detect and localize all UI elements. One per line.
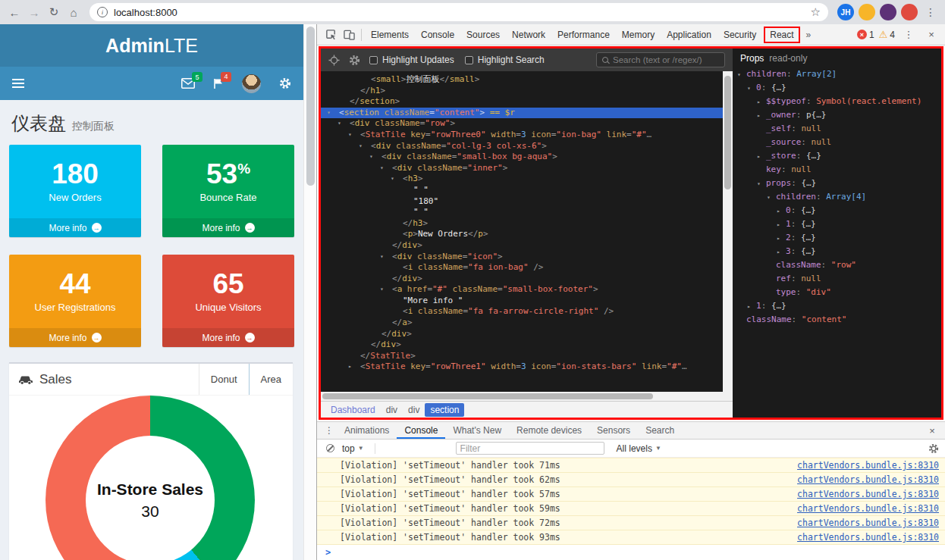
console-source-link[interactable]: chartVendors.bundle.js:8310 <box>797 518 939 528</box>
tree-row[interactable]: ▾<h3> <box>321 174 723 185</box>
browser-menu-icon[interactable]: ⋮ <box>921 2 940 22</box>
tree-row[interactable]: </h3> <box>321 218 723 230</box>
props-row[interactable]: ▸2: {…} <box>733 231 941 245</box>
tree-row[interactable]: "More info " <box>321 296 723 307</box>
profile-avatar[interactable] <box>901 4 918 20</box>
console-source-link[interactable]: chartVendors.bundle.js:8310 <box>797 460 939 471</box>
tree-vertical-scrollbar[interactable] <box>723 71 733 401</box>
tree-row[interactable]: ▾<section className="content"> == $r <box>321 108 723 119</box>
props-row[interactable]: ▸0: {…} <box>733 204 941 217</box>
console-settings-gear-icon[interactable] <box>928 443 939 454</box>
props-row[interactable]: _source: null <box>733 136 941 149</box>
tree-row[interactable]: ▾<div className="col-lg-3 col-xs-6"> <box>321 141 723 152</box>
collapse-icon[interactable]: ▾ <box>380 252 384 263</box>
scrollbar-thumb[interactable] <box>306 27 315 186</box>
tree-row[interactable]: ▾<div className="inner"> <box>321 163 723 174</box>
devtools-tab-performance[interactable]: Performance <box>551 24 616 45</box>
sales-tab-donut[interactable]: Donut <box>199 364 250 395</box>
drawer-tab-what-s-new[interactable]: What's New <box>445 422 509 439</box>
back-icon[interactable]: ← <box>5 2 24 22</box>
props-row[interactable]: ▾children: Array[4] <box>733 190 941 204</box>
expand-icon[interactable]: ▸ <box>757 150 761 164</box>
drawer-tab-console[interactable]: Console <box>397 422 445 439</box>
devtools-tab-memory[interactable]: Memory <box>616 24 661 45</box>
breadcrumb-section[interactable]: section <box>425 403 464 417</box>
more-info-link[interactable]: More info→ <box>162 218 294 237</box>
devtools-tab-application[interactable]: Application <box>661 24 717 45</box>
console-source-link[interactable]: chartVendors.bundle.js:8310 <box>797 532 939 543</box>
devtools-menu-icon[interactable]: ⋮ <box>899 26 918 44</box>
collapse-icon[interactable]: ▾ <box>391 174 394 185</box>
tree-row[interactable]: </div> <box>321 329 723 340</box>
collapse-icon[interactable]: ▾ <box>737 68 741 82</box>
tree-row[interactable]: ▾<div className="row"> <box>321 118 723 130</box>
react-search-box[interactable] <box>596 52 725 67</box>
expand-icon[interactable]: ▸ <box>777 246 780 259</box>
expand-icon[interactable]: ▸ <box>777 232 780 246</box>
devtools-close-icon[interactable]: × <box>922 26 940 44</box>
breadcrumb-div[interactable]: div <box>381 403 403 417</box>
tree-row[interactable]: </h1> <box>321 86 723 97</box>
drawer-tab-search[interactable]: Search <box>638 422 682 439</box>
tree-row[interactable]: " " <box>321 185 723 196</box>
page-info-icon[interactable]: i <box>97 7 108 17</box>
tree-row[interactable]: </section> <box>321 96 723 108</box>
collapse-icon[interactable]: ▾ <box>757 177 761 191</box>
reload-icon[interactable]: ↻ <box>44 2 64 22</box>
tree-row[interactable]: " " <box>321 207 723 218</box>
tree-row[interactable]: </div> <box>321 240 723 252</box>
messages-menu[interactable]: 5 <box>181 78 195 89</box>
console-source-link[interactable]: chartVendors.bundle.js:8310 <box>797 489 939 499</box>
user-avatar[interactable] <box>242 74 261 93</box>
collapse-icon[interactable]: ▾ <box>348 130 352 141</box>
collapse-icon[interactable]: ▾ <box>767 191 771 205</box>
context-selector[interactable]: top▼ <box>342 443 364 454</box>
breadcrumb-dashboard[interactable]: Dashboard <box>325 403 381 417</box>
tree-row[interactable]: </StatTile> <box>321 351 723 362</box>
collapse-icon[interactable]: ▾ <box>359 141 363 152</box>
collapse-icon[interactable]: ▾ <box>338 118 341 130</box>
tree-row[interactable]: ▸<StatTile key="rowThree1" width=3 icon=… <box>321 361 723 373</box>
props-row[interactable]: ▾0: {…} <box>733 81 941 95</box>
more-info-link[interactable]: More info→ <box>9 218 141 237</box>
log-levels-selector[interactable]: All levels▼ <box>617 443 661 454</box>
expand-icon[interactable]: ▸ <box>757 109 761 123</box>
tree-row[interactable]: "180" <box>321 196 723 208</box>
more-info-link[interactable]: More info→ <box>162 328 294 347</box>
drawer-tab-remote-devices[interactable]: Remote devices <box>509 422 589 439</box>
tree-row[interactable]: ▾<div className="icon"> <box>321 252 723 263</box>
props-row[interactable]: ref: null <box>733 272 941 286</box>
collapse-icon[interactable]: ▾ <box>327 108 331 119</box>
clear-console-icon[interactable] <box>326 444 334 452</box>
device-toolbar-icon[interactable] <box>340 26 358 44</box>
settings-gear-icon[interactable] <box>279 77 291 89</box>
props-row[interactable]: ▾props: {…} <box>733 177 941 190</box>
toolbar-checkbox[interactable]: Highlight Search <box>465 55 545 65</box>
checkbox-icon[interactable] <box>369 56 378 64</box>
react-settings-gear-icon[interactable] <box>349 55 360 66</box>
scrollbar-thumb[interactable] <box>322 393 653 399</box>
devtools-tab-sources[interactable]: Sources <box>460 24 506 45</box>
props-row[interactable]: ▸3: {…} <box>733 245 941 258</box>
devtools-tab-elements[interactable]: Elements <box>365 24 415 45</box>
app-logo[interactable]: AdminLTE <box>105 35 198 57</box>
tree-row[interactable]: </div> <box>321 339 723 351</box>
home-icon[interactable]: ⌂ <box>64 2 83 22</box>
page-scrollbar[interactable] <box>303 24 316 560</box>
tree-row[interactable]: <i className="fa fa-arrow-circle-right" … <box>321 306 723 318</box>
devtools-tab-network[interactable]: Network <box>506 24 551 45</box>
props-row[interactable]: ▸_store: {…} <box>733 149 941 163</box>
inspect-element-icon[interactable] <box>322 26 340 44</box>
drawer-tab-sensors[interactable]: Sensors <box>589 422 638 439</box>
expand-icon[interactable]: ▸ <box>777 205 780 218</box>
tree-row[interactable]: <i className="fa ion-bag" /> <box>321 262 723 274</box>
props-row[interactable]: className: "content" <box>733 313 941 327</box>
props-row[interactable]: key: null <box>733 163 941 177</box>
checkbox-icon[interactable] <box>465 56 473 64</box>
more-info-link[interactable]: More info→ <box>9 328 141 347</box>
props-row[interactable]: type: "div" <box>733 286 941 299</box>
props-row[interactable]: ▸$$typeof: Symbol(react.element) <box>733 95 941 108</box>
more-tabs-icon[interactable]: » <box>802 30 816 40</box>
profile-avatar[interactable]: JH <box>837 4 854 20</box>
error-count-badge[interactable]: ×1 <box>857 30 874 40</box>
